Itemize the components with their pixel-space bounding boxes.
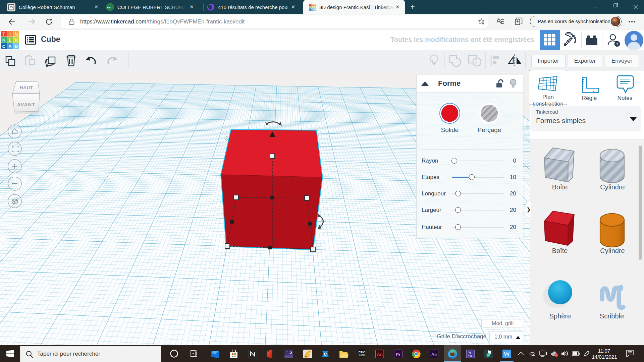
svg-text:N: N: [314, 4, 316, 6]
svg-text:Boîte: Boîte: [552, 247, 568, 254]
svg-text:N: N: [15, 32, 18, 37]
svg-text:C: C: [2, 44, 6, 49]
svg-text:K: K: [2, 38, 6, 43]
svg-text:EPIC: EPIC: [359, 351, 365, 354]
svg-text:R: R: [15, 38, 18, 43]
svg-text:HAUT: HAUT: [20, 85, 33, 90]
svg-text:E: E: [9, 38, 12, 43]
svg-text:A: A: [312, 8, 313, 10]
svg-text:K: K: [309, 6, 311, 8]
svg-text:Perçage: Perçage: [478, 126, 501, 133]
svg-text:Ae: Ae: [431, 352, 437, 357]
svg-text:Pr: Pr: [396, 352, 400, 357]
svg-text:T: T: [3, 32, 5, 37]
svg-text:GAMES: GAMES: [359, 354, 365, 356]
svg-text:C: C: [309, 8, 311, 10]
svg-text:Boîte: Boîte: [552, 183, 568, 191]
svg-text:Cylindre: Cylindre: [600, 247, 625, 254]
svg-text:Cylindre: Cylindre: [600, 183, 625, 191]
svg-text:R: R: [314, 6, 316, 8]
svg-text:D: D: [15, 44, 18, 49]
svg-text:D: D: [314, 8, 316, 10]
svg-text:C: C: [324, 352, 327, 357]
svg-text:AVANT: AVANT: [17, 102, 35, 107]
svg-text:NOT: NOT: [107, 6, 113, 9]
svg-text:E: E: [312, 6, 313, 8]
svg-text:An: An: [377, 352, 382, 357]
svg-text:Solide: Solide: [441, 126, 459, 133]
svg-text:A: A: [8, 44, 12, 49]
svg-text:I: I: [9, 32, 11, 37]
